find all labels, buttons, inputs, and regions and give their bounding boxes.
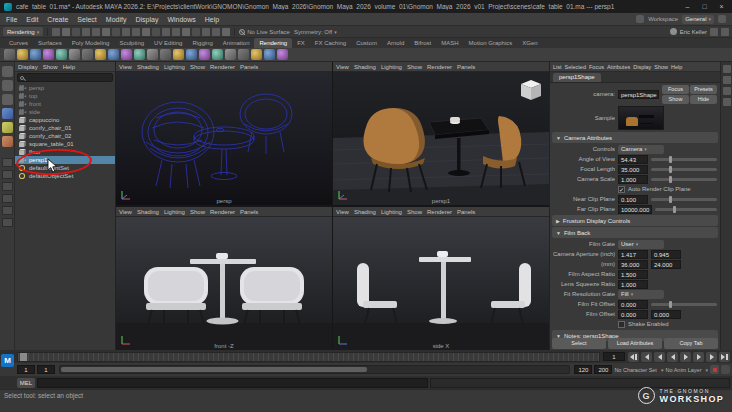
outliner-menu-show[interactable]: Show bbox=[43, 64, 58, 70]
ae-menu-list[interactable]: List bbox=[553, 64, 562, 70]
user-avatar[interactable] bbox=[670, 28, 677, 35]
go-to-start-icon[interactable] bbox=[628, 352, 639, 362]
animation-end-field[interactable]: 200 bbox=[594, 365, 612, 374]
make-live-icon[interactable] bbox=[172, 28, 180, 36]
light-spot-icon[interactable] bbox=[95, 49, 106, 60]
viewport-canvas-persp1[interactable]: persp1 bbox=[333, 72, 549, 205]
shelf-tab-uv-editing[interactable]: UV Editing bbox=[149, 38, 187, 48]
render-settings-icon[interactable] bbox=[30, 49, 41, 60]
tab-persp1shape[interactable]: persp1Shape bbox=[553, 73, 601, 82]
minimize-button[interactable]: – bbox=[681, 3, 694, 10]
outliner-item-top[interactable]: top bbox=[15, 92, 115, 100]
near-clip-slider[interactable] bbox=[651, 198, 717, 201]
range-slider-handle[interactable] bbox=[61, 367, 367, 372]
angle-of-view-slider[interactable] bbox=[651, 158, 717, 161]
outliner-menu-help[interactable]: Help bbox=[63, 64, 75, 70]
shelf-tab-custom[interactable]: Custom bbox=[351, 38, 382, 48]
env-sphere-icon[interactable] bbox=[225, 49, 236, 60]
viewport-menu-lighting[interactable]: Lighting bbox=[164, 64, 185, 70]
section-camera-attributes[interactable]: ▼ Camera Attributes bbox=[552, 132, 718, 143]
character-set-menu[interactable]: No Character Set bbox=[614, 367, 657, 373]
current-frame-field[interactable]: 1 bbox=[603, 352, 625, 361]
move-tool-icon[interactable] bbox=[2, 108, 13, 119]
viewport-menu-show[interactable]: Show bbox=[190, 64, 205, 70]
rotate-tool-icon[interactable] bbox=[2, 122, 13, 133]
paint-select-tool-icon[interactable] bbox=[2, 94, 13, 105]
viewport-menu-panels[interactable]: Panels bbox=[240, 209, 258, 215]
image-plane-icon[interactable] bbox=[277, 49, 288, 60]
play-backwards-icon[interactable] bbox=[667, 352, 678, 362]
viewport-menu-show[interactable]: Show bbox=[190, 209, 205, 215]
viewport-menu-show[interactable]: Show bbox=[407, 64, 422, 70]
menu-display[interactable]: Display bbox=[135, 16, 158, 23]
select-component-icon[interactable] bbox=[122, 28, 130, 36]
camera-aim-up-icon[interactable] bbox=[264, 49, 275, 60]
place2d-texture-icon[interactable] bbox=[212, 49, 223, 60]
camera-scale-slider[interactable] bbox=[651, 178, 717, 181]
controls-dropdown[interactable]: Camera▾ bbox=[618, 145, 664, 154]
construction-history-icon[interactable] bbox=[192, 28, 200, 36]
shelf-tab-rendering[interactable]: Rendering bbox=[254, 38, 292, 48]
maya-logo-badge[interactable]: M bbox=[1, 354, 14, 367]
hypershade-icon[interactable] bbox=[43, 49, 54, 60]
ae-menu-selected[interactable]: Selected bbox=[565, 64, 586, 70]
viewport-menu-renderer[interactable]: Renderer bbox=[427, 209, 452, 215]
no-live-surface-indicator[interactable]: No Live Surface bbox=[239, 29, 290, 35]
fit-resolution-gate-dropdown[interactable]: Fill▾ bbox=[618, 290, 664, 299]
layout-two-pane-stacked-button[interactable] bbox=[2, 182, 13, 191]
film-fit-offset-slider[interactable] bbox=[651, 303, 717, 306]
symmetry-selector[interactable]: Symmetry: Off▾ bbox=[294, 29, 337, 35]
show-button[interactable]: Show bbox=[662, 95, 689, 104]
shelf-tab-curves[interactable]: Curves bbox=[4, 38, 33, 48]
ae-menu-display[interactable]: Display bbox=[633, 64, 651, 70]
time-slider[interactable] bbox=[17, 352, 600, 362]
viewport-menu-view[interactable]: View bbox=[336, 209, 349, 215]
open-scene-icon[interactable] bbox=[62, 28, 70, 36]
aperture-inch-y-field[interactable]: 0.945 bbox=[651, 250, 681, 259]
viewport-menu-lighting[interactable]: Lighting bbox=[381, 209, 402, 215]
menu-windows[interactable]: Windows bbox=[167, 16, 195, 23]
snap-point-icon[interactable] bbox=[152, 28, 160, 36]
ae-menu-attributes[interactable]: Attributes bbox=[607, 64, 630, 70]
attribute-editor-icon[interactable] bbox=[723, 76, 731, 84]
viewport-canvas-persp[interactable]: persp bbox=[116, 72, 332, 205]
viewport-canvas-front[interactable]: front -Z bbox=[116, 217, 332, 350]
viewport-menu-renderer[interactable]: Renderer bbox=[210, 209, 235, 215]
ae-menu-help[interactable]: Help bbox=[671, 64, 682, 70]
snap-curve-icon[interactable] bbox=[142, 28, 150, 36]
viewport-menu-view[interactable]: View bbox=[336, 64, 349, 70]
tool-settings-icon[interactable] bbox=[723, 87, 731, 95]
outliner-item-comfy_chair_02[interactable]: comfy_chair_02 bbox=[15, 132, 115, 140]
viewport-menu-renderer[interactable]: Renderer bbox=[427, 64, 452, 70]
aperture-inch-x-field[interactable]: 1.417 bbox=[618, 250, 648, 259]
workspace-icon[interactable] bbox=[636, 15, 644, 23]
lambert-icon[interactable] bbox=[147, 49, 158, 60]
layout-two-pane-side-button[interactable] bbox=[2, 170, 13, 179]
outliner-item-front[interactable]: front bbox=[15, 100, 115, 108]
play-forwards-icon[interactable] bbox=[680, 352, 691, 362]
outliner-item-defaultObjectSet[interactable]: defaultObjectSet bbox=[15, 172, 115, 180]
viewport-menu-show[interactable]: Show bbox=[407, 209, 422, 215]
light-ambient-icon[interactable] bbox=[69, 49, 80, 60]
viewport-menu-shading[interactable]: Shading bbox=[137, 64, 159, 70]
viewport-menu-shading[interactable]: Shading bbox=[137, 209, 159, 215]
focal-length-field[interactable]: 35.000 bbox=[618, 165, 648, 174]
shelf-tab-poly-modeling[interactable]: Poly Modeling bbox=[67, 38, 115, 48]
viewport-canvas-side[interactable]: side X bbox=[333, 217, 549, 350]
viewport-menu-panels[interactable]: Panels bbox=[457, 64, 475, 70]
film-fit-offset-field[interactable]: 0.000 bbox=[618, 300, 648, 309]
shelf-tab-fx-caching[interactable]: FX Caching bbox=[310, 38, 351, 48]
film-offset-y-field[interactable]: 0.000 bbox=[651, 310, 681, 319]
shelf-tab-fx[interactable]: FX bbox=[292, 38, 310, 48]
shelf-tab-animation[interactable]: Animation bbox=[218, 38, 255, 48]
light-directional-icon[interactable] bbox=[56, 49, 67, 60]
outliner-item-persp1[interactable]: persp1 bbox=[15, 156, 115, 164]
ae-footer-button-select[interactable]: Select bbox=[552, 338, 606, 349]
channel-box-icon[interactable] bbox=[723, 65, 731, 73]
panel-toggle-icon[interactable] bbox=[721, 28, 729, 36]
shelf-tab-arnold[interactable]: Arnold bbox=[382, 38, 409, 48]
menu-edit[interactable]: Edit bbox=[26, 16, 38, 23]
shelf-tab-surfaces[interactable]: Surfaces bbox=[33, 38, 67, 48]
lasso-tool-icon[interactable] bbox=[2, 80, 13, 91]
select-tool-icon[interactable] bbox=[2, 66, 13, 77]
